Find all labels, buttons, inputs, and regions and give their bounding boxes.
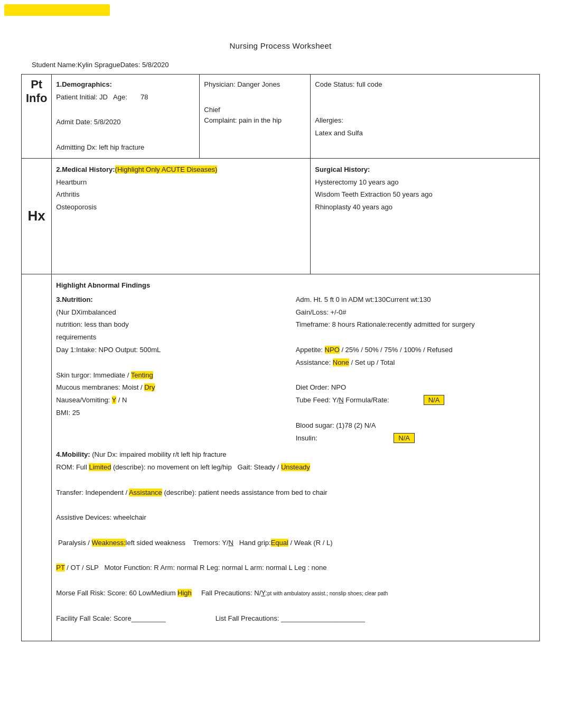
mucous-membranes: Mucous membranes: Moist / Dry bbox=[56, 382, 291, 393]
skin-turgor: Skin turgor: Immediate / Tenting bbox=[56, 370, 291, 381]
student-name-value: Kylin Sprague bbox=[78, 61, 120, 69]
surgical-history-header: Surgical History: bbox=[315, 164, 535, 176]
admit-date: Admit Date: 5/8/2020 bbox=[56, 117, 195, 128]
bmi: BMI: 25 bbox=[56, 408, 291, 419]
day1-intake: Day 1:Intake: NPO Output: 500mL bbox=[56, 345, 291, 356]
nausea-vomiting: Nausea/Vomiting: Y / N bbox=[56, 395, 291, 406]
nutrition-left: 3.Nutrition: (Nur DXimbalanced nutrition… bbox=[56, 293, 295, 446]
yellow-highlight-bar bbox=[4, 4, 110, 16]
chief-complaint: ChiefComplaint: pain in the hip bbox=[204, 105, 306, 127]
nutrition-right: Adm. Ht. 5 ft 0 in ADM wt:130Current wt:… bbox=[296, 293, 535, 446]
tube-feed: Tube Feed: Y/N Formula/Rate: N/A bbox=[296, 395, 535, 406]
mobility-header: 4.Mobility: (Nur Dx: impaired mobility r… bbox=[56, 449, 535, 460]
physician: Physician: Danger Jones bbox=[204, 79, 306, 90]
nutrition-mobility-row: Highlight Abnormal Findings 3.Nutrition:… bbox=[22, 274, 540, 641]
nutrition-desc2: requirements bbox=[56, 332, 291, 343]
timeframe-rationale: Timeframe: 8 hours Rationale:recently ad… bbox=[296, 319, 535, 330]
patient-initial: Patient Initial: JD bbox=[56, 93, 108, 101]
admitting-dx: Admitting Dx: left hip fracture bbox=[56, 142, 195, 153]
assistance-line: Assistance: None / Set up / Total bbox=[296, 357, 535, 368]
pt-info-col2: Physician: Danger Jones ChiefComplaint: … bbox=[200, 75, 311, 159]
pt-info-col3: Code Status: full code Allergies: Latex … bbox=[311, 75, 540, 159]
appetite-line: Appetite: NPO / 25% / 50% / 75% / 100% /… bbox=[296, 345, 535, 356]
nur-dx-imbalanced: (Nur DXimbalanced bbox=[56, 307, 291, 318]
pt-info-row: PtInfo 1.Demographics: Patient Initial: … bbox=[22, 75, 540, 159]
pt-info-col1: 1.Demographics: Patient Initial: JD Age:… bbox=[52, 75, 200, 159]
date-value: 5/8/2020 bbox=[142, 61, 169, 69]
dates-label: Dates: bbox=[120, 61, 141, 69]
empty-label-cell bbox=[22, 274, 52, 641]
pt-line: PT / OT / SLP Motor Function: R Arm: nor… bbox=[56, 563, 535, 574]
code-status: Code Status: full code bbox=[315, 79, 535, 90]
abnormal-findings-header: Highlight Abnormal Findings bbox=[56, 281, 150, 289]
hx-item-2: Arthritis bbox=[56, 189, 306, 200]
pt-info-label: PtInfo bbox=[22, 75, 52, 159]
assistive-devices: Assistive Devices: wheelchair bbox=[56, 512, 535, 523]
hx-row: Hx 2.Medical History:(Highlight Only ACU… bbox=[22, 158, 540, 274]
allergies-value: Latex and Sulfa bbox=[315, 128, 535, 139]
nutrition-mobility-content: Highlight Abnormal Findings 3.Nutrition:… bbox=[52, 274, 540, 641]
hx-item-3: Osteoporosis bbox=[56, 202, 306, 213]
nutrition-inner-row: 3.Nutrition: (Nur DXimbalanced nutrition… bbox=[56, 293, 535, 446]
rom-line: ROM: Full Limited (describe): no movemen… bbox=[56, 462, 535, 473]
nutrition-label: 3.Nutrition: bbox=[56, 296, 92, 303]
gain-loss: Gain/Loss: +/-0# bbox=[296, 307, 535, 318]
hx-label: Hx bbox=[22, 158, 52, 274]
insulin-na: N/A bbox=[394, 433, 415, 443]
facility-fall-line: Facility Fall Scale: Score_________ List… bbox=[56, 613, 535, 624]
nutrition-inner-table: 3.Nutrition: (Nur DXimbalanced nutrition… bbox=[56, 293, 535, 446]
diet-order: Diet Order: NPO bbox=[296, 382, 535, 393]
tube-feed-na: N/A bbox=[424, 395, 445, 405]
surgical-item-2: Wisdom Teeth Extraction 50 years ago bbox=[315, 189, 535, 200]
adm-ht: Adm. Ht. 5 ft 0 in ADM wt:130Current wt:… bbox=[296, 294, 535, 306]
nutrition-desc: nutrition: less than body bbox=[56, 319, 291, 330]
insulin-line: Insulin: N/A bbox=[296, 433, 535, 444]
paralysis-line: Paralysis / Weakness:left sided weakness… bbox=[56, 538, 535, 549]
student-line: Student Name:Kylin SpragueDates: 5/8/202… bbox=[32, 61, 529, 69]
student-name-label: Student Name: bbox=[32, 61, 78, 69]
age-value: 78 bbox=[141, 93, 148, 101]
age-label: Age: bbox=[113, 93, 127, 101]
transfer-line: Transfer: Independent / Assistance (desc… bbox=[56, 487, 535, 499]
blood-sugar: Blood sugar: (1)78 (2) N/A bbox=[296, 420, 535, 431]
page-title: Nursing Process Worksheet bbox=[0, 41, 561, 50]
allergies-label: Allergies: bbox=[315, 115, 535, 126]
highlight-acute: (Highlight Only ACUTE Diseases) bbox=[115, 165, 218, 173]
surgical-item-3: Rhinoplasty 40 years ago bbox=[315, 202, 535, 213]
medical-history-header: 2.Medical History: bbox=[56, 165, 115, 173]
hx-col3: Surgical History: Hysterectomy 10 years … bbox=[311, 158, 540, 274]
hx-item-1: Heartburn bbox=[56, 177, 306, 188]
surgical-item-1: Hysterectomy 10 years ago bbox=[315, 177, 535, 188]
main-table: PtInfo 1.Demographics: Patient Initial: … bbox=[21, 74, 540, 641]
hx-col1: 2.Medical History:(Highlight Only ACUTE … bbox=[52, 158, 311, 274]
demographics-header: 1.Demographics: bbox=[56, 80, 111, 88]
morse-fall-line: Morse Fall Risk: Score: 60 LowMedium Hig… bbox=[56, 588, 535, 599]
